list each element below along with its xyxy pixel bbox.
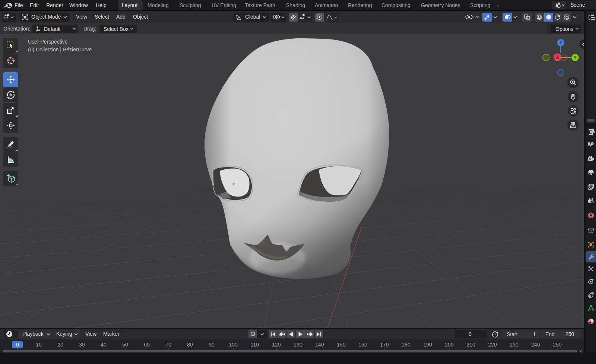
svg-text:X: X bbox=[556, 55, 559, 60]
svg-text:Y: Y bbox=[574, 55, 577, 60]
svg-text:Z: Z bbox=[559, 40, 562, 45]
